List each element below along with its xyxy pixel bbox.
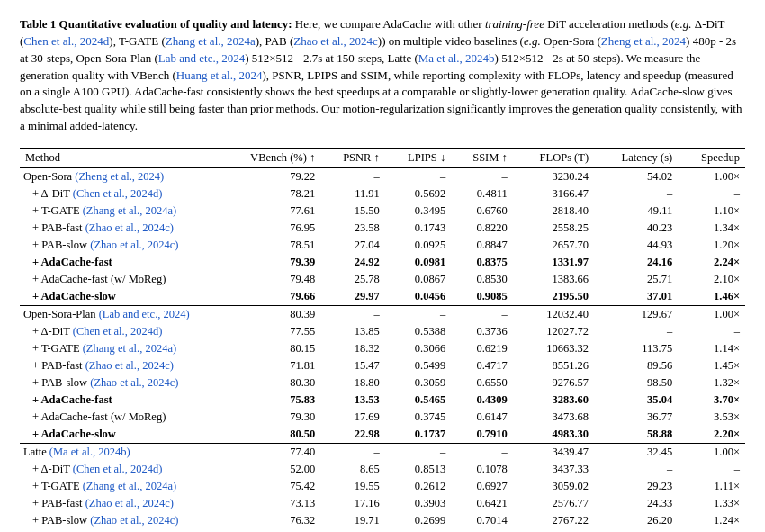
vbench-cell: 80.30 xyxy=(218,374,320,392)
lpips-cell: 0.0925 xyxy=(385,237,451,254)
lpips-cell: 0.5499 xyxy=(385,357,451,374)
lpips-cell: – xyxy=(385,305,451,323)
latency-cell: 113.75 xyxy=(594,340,678,357)
flops-cell: 12032.40 xyxy=(513,305,594,323)
latency-cell: 129.67 xyxy=(594,305,678,323)
vbench-cell: 75.42 xyxy=(218,478,320,495)
table-row: + T-GATE (Zhang et al., 2024a)77.6115.50… xyxy=(20,203,745,220)
lpips-cell: 0.3066 xyxy=(385,340,451,357)
lpips-cell: 0.1737 xyxy=(385,426,451,444)
caption-text1: Here, we compare AdaCache with other xyxy=(295,17,485,31)
method-cell: + AdaCache-slow xyxy=(20,426,218,444)
table-row: + PAB-fast (Zhao et al., 2024c)71.8115.4… xyxy=(20,357,745,374)
lpips-cell: 0.0867 xyxy=(385,271,451,288)
flops-cell: 1331.97 xyxy=(513,254,594,271)
psnr-cell: 24.92 xyxy=(320,254,384,271)
vbench-cell: 52.00 xyxy=(218,461,320,478)
flops-cell: 3437.33 xyxy=(513,461,594,478)
ssim-cell: 0.6550 xyxy=(451,374,513,392)
vbench-cell: 80.39 xyxy=(218,305,320,323)
latency-cell: 36.77 xyxy=(594,409,678,426)
ssim-cell: 0.6760 xyxy=(451,203,513,220)
table-row: + PAB-slow (Zhao et al., 2024c)76.3219.7… xyxy=(20,512,745,529)
psnr-cell: 15.50 xyxy=(320,203,384,220)
vbench-cell: 71.81 xyxy=(218,357,320,374)
caption-eg1: e.g. xyxy=(675,17,692,31)
table-row: Open-Sora-Plan (Lab and etc., 2024)80.39… xyxy=(20,305,745,323)
flops-cell: 3166.47 xyxy=(513,185,594,203)
ssim-cell: – xyxy=(451,443,513,461)
lpips-cell: 0.0981 xyxy=(385,254,451,271)
ssim-cell: – xyxy=(451,305,513,323)
latency-cell: 24.33 xyxy=(594,495,678,512)
psnr-cell: 18.80 xyxy=(320,374,384,392)
speedup-cell: 3.70× xyxy=(678,392,745,409)
table-row: + AdaCache-fast (w/ MoReg)79.4825.780.08… xyxy=(20,271,745,288)
table-row: + T-GATE (Zhang et al., 2024a)80.1518.32… xyxy=(20,340,745,357)
table-row: Latte (Ma et al., 2024b)77.40–––3439.473… xyxy=(20,443,745,461)
speedup-cell: 2.24× xyxy=(678,254,745,271)
vbench-cell: 76.95 xyxy=(218,220,320,237)
psnr-cell: 8.65 xyxy=(320,461,384,478)
table-row: + AdaCache-fast79.3924.920.09810.8375133… xyxy=(20,254,745,271)
caption-eg2: e.g. xyxy=(524,34,541,48)
latency-cell: – xyxy=(594,323,678,340)
latency-cell: 58.88 xyxy=(594,426,678,444)
caption-text6: ), PAB ( xyxy=(256,34,294,48)
speedup-cell: – xyxy=(678,323,745,340)
speedup-cell: 1.00× xyxy=(678,305,745,323)
method-cell: + AdaCache-fast (w/ MoReg) xyxy=(20,409,218,426)
vbench-cell: 79.39 xyxy=(218,254,320,271)
method-cell: + AdaCache-fast xyxy=(20,254,218,271)
flops-cell: 3473.68 xyxy=(513,409,594,426)
link-zheng2024[interactable]: Zheng et al., 2024 xyxy=(601,34,686,48)
vbench-cell: 77.61 xyxy=(218,203,320,220)
method-cell: + PAB-fast (Zhao et al., 2024c) xyxy=(20,220,218,237)
table-row: + PAB-slow (Zhao et al., 2024c)80.3018.8… xyxy=(20,374,745,392)
ssim-cell: 0.7014 xyxy=(451,512,513,529)
table-row: + AdaCache-slow80.5022.980.17370.7910498… xyxy=(20,426,745,444)
link-ma2024b[interactable]: Ma et al., 2024b xyxy=(418,51,495,65)
method-cell: + AdaCache-slow xyxy=(20,288,218,306)
method-cell: Open-Sora-Plan (Lab and etc., 2024) xyxy=(20,305,218,323)
psnr-cell: 13.85 xyxy=(320,323,384,340)
method-cell: + Δ-DiT (Chen et al., 2024d) xyxy=(20,185,218,203)
link-zhao2024c[interactable]: Zhao et al., 2024c xyxy=(293,34,378,48)
flops-cell: 10663.32 xyxy=(513,340,594,357)
link-huang2024[interactable]: Huang et al., 2024 xyxy=(176,68,263,82)
method-cell: + AdaCache-fast xyxy=(20,392,218,409)
ssim-cell: 0.6927 xyxy=(451,478,513,495)
col-header-psnr: PSNR ↑ xyxy=(320,148,384,167)
link-zhang2024a[interactable]: Zhang et al., 2024a xyxy=(166,34,256,48)
speedup-cell: 1.10× xyxy=(678,203,745,220)
psnr-cell: 27.04 xyxy=(320,237,384,254)
method-cell: Open-Sora (Zheng et al., 2024) xyxy=(20,167,218,185)
psnr-cell: 23.58 xyxy=(320,220,384,237)
speedup-cell: 1.45× xyxy=(678,357,745,374)
lpips-cell: 0.5465 xyxy=(385,392,451,409)
method-cell: Latte (Ma et al., 2024b) xyxy=(20,443,218,461)
flops-cell: 2195.50 xyxy=(513,288,594,306)
ssim-cell: 0.6421 xyxy=(451,495,513,512)
vbench-cell: 77.40 xyxy=(218,443,320,461)
method-cell: + AdaCache-fast (w/ MoReg) xyxy=(20,271,218,288)
latency-cell: 98.50 xyxy=(594,374,678,392)
psnr-cell: 19.55 xyxy=(320,478,384,495)
results-table: Method VBench (%) ↑ PSNR ↑ LPIPS ↓ SSIM … xyxy=(20,148,745,532)
method-cell: + PAB-slow (Zhao et al., 2024c) xyxy=(20,512,218,529)
flops-cell: 3283.60 xyxy=(513,392,594,409)
caption-title: Quantitative evaluation of quality and l… xyxy=(59,17,292,31)
vbench-cell: 80.50 xyxy=(218,426,320,444)
link-lab2024[interactable]: Lab and etc., 2024 xyxy=(158,51,245,65)
ssim-cell: – xyxy=(451,167,513,185)
lpips-cell: 0.3903 xyxy=(385,495,451,512)
speedup-cell: 2.10× xyxy=(678,271,745,288)
ssim-cell: 0.4309 xyxy=(451,392,513,409)
psnr-cell: 22.98 xyxy=(320,426,384,444)
caption-italic: training-free xyxy=(485,17,544,31)
psnr-cell: 15.47 xyxy=(320,357,384,374)
speedup-cell: 1.46× xyxy=(678,288,745,306)
link-chen2024d[interactable]: Chen et al., 2024d xyxy=(23,34,109,48)
table-row: + PAB-fast (Zhao et al., 2024c)73.1317.1… xyxy=(20,495,745,512)
ssim-cell: 0.6147 xyxy=(451,409,513,426)
